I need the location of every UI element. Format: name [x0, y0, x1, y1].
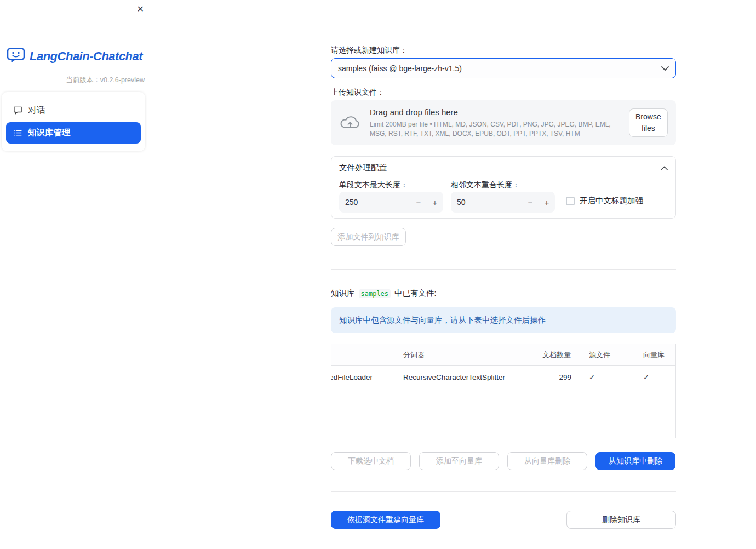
col-header-loader: 文档加载器: [331, 344, 394, 365]
list-icon: [13, 128, 22, 138]
checkbox-unchecked-icon[interactable]: [566, 197, 575, 205]
expander-title: 文件处理配置: [339, 163, 387, 173]
close-icon: ✕: [137, 4, 144, 14]
info-banner: 知识库中包含源文件与向量库，请从下表中选择文件后操作: [331, 307, 676, 333]
info-banner-text: 知识库中包含源文件与向量库，请从下表中选择文件后操作: [339, 315, 546, 325]
add-to-vector-store-button[interactable]: 添加至向量库: [419, 452, 499, 470]
files-table: 文档加载器 分词器 文档数量 源文件 向量库 UnstructuredFileL…: [331, 344, 676, 388]
cell-source-file-check: ✓: [580, 366, 634, 388]
col-header-source-file: 源文件: [580, 344, 634, 365]
main-content: 请选择或新建知识库： samples (faiss @ bge-large-zh…: [331, 0, 676, 549]
browse-files-button[interactable]: Browse files: [629, 108, 668, 137]
cell-loader: UnstructuredFileLoader: [331, 366, 394, 388]
sidebar-close-button[interactable]: ✕: [136, 4, 145, 15]
upload-label: 上传知识文件：: [331, 88, 385, 98]
chunk-overlap-increment-button[interactable]: +: [539, 192, 555, 213]
col-header-vector-store: 向量库: [634, 344, 676, 365]
table-header-row: 文档加载器 分词器 文档数量 源文件 向量库: [331, 344, 676, 366]
kb-files-suffix: 中已有文件:: [394, 288, 437, 299]
kb-existing-files-line: 知识库 samples 中已有文件:: [331, 288, 437, 299]
chunk-overlap-input[interactable]: 50 − +: [451, 192, 555, 213]
chunk-overlap-label: 相邻文本重合长度：: [451, 180, 520, 190]
chevron-down-icon: [661, 66, 669, 71]
sidebar-item-knowledge-base[interactable]: 知识库管理: [6, 122, 141, 144]
delete-from-vector-store-button[interactable]: 从向量库删除: [507, 452, 587, 470]
kb-selected-value: samples (faiss @ bge-large-zh-v1.5): [338, 64, 462, 73]
sidebar-item-label: 知识库管理: [28, 127, 71, 139]
add-files-to-kb-button[interactable]: 添加文件到知识库: [331, 228, 406, 246]
app-root: ✕ LangChain-Chatchat 当前版本：v0.2.6-preview: [0, 0, 756, 549]
cell-splitter: RecursiveCharacterTextSplitter: [394, 366, 519, 388]
file-dropzone[interactable]: Drag and drop files here Limit 200MB per…: [331, 100, 676, 145]
sidebar-menu: 对话 知识库管理: [2, 92, 145, 151]
cell-doc-count: 299: [519, 366, 580, 388]
dropzone-text-block: Drag and drop files here Limit 200MB per…: [370, 107, 629, 139]
chunk-size-decrement-button[interactable]: −: [410, 192, 427, 213]
chunk-overlap-value[interactable]: 50: [451, 198, 522, 207]
expander-header[interactable]: 文件处理配置: [331, 157, 675, 179]
kb-selectbox[interactable]: samples (faiss @ bge-large-zh-v1.5): [331, 58, 676, 78]
chunk-size-label: 单段文本最大长度：: [339, 180, 408, 190]
kb-name-code: samples: [359, 289, 391, 298]
delete-kb-button[interactable]: 删除知识库: [566, 511, 676, 529]
chunk-size-increment-button[interactable]: +: [427, 192, 443, 213]
dropzone-limit-text: Limit 200MB per file • HTML, MD, JSON, C…: [370, 120, 629, 139]
files-dataframe[interactable]: 文档加载器 分词器 文档数量 源文件 向量库 UnstructuredFileL…: [331, 344, 676, 438]
download-selected-docs-button[interactable]: 下载选中文档: [331, 452, 411, 470]
sidebar-item-dialogue[interactable]: 对话: [6, 100, 141, 121]
cell-vector-store-check: ✓: [634, 366, 676, 388]
zh-title-enhance-checkbox-row[interactable]: 开启中文标题加强: [566, 196, 643, 206]
rebuild-vector-store-button[interactable]: 依据源文件重建向量库: [331, 511, 440, 529]
dropzone-title: Drag and drop files here: [370, 107, 629, 117]
chunk-size-value[interactable]: 250: [339, 198, 410, 207]
divider: [331, 269, 676, 270]
zh-title-enhance-label: 开启中文标题加强: [580, 196, 643, 206]
chat-logo-icon: [7, 47, 25, 66]
chunk-overlap-decrement-button[interactable]: −: [522, 192, 539, 213]
table-row[interactable]: UnstructuredFileLoader RecursiveCharacte…: [331, 366, 676, 388]
sidebar-item-label: 对话: [28, 105, 45, 116]
cloud-upload-icon: [339, 113, 361, 132]
delete-from-kb-button[interactable]: 从知识库中删除: [595, 452, 675, 470]
sidebar: ✕ LangChain-Chatchat 当前版本：v0.2.6-preview: [0, 0, 153, 549]
chevron-up-icon: [661, 166, 668, 170]
col-header-splitter: 分词器: [394, 344, 519, 365]
kb-files-prefix: 知识库: [331, 288, 355, 299]
chat-bubble-icon: [13, 106, 22, 115]
col-header-doc-count: 文档数量: [519, 344, 580, 365]
kb-select-label: 请选择或新建知识库：: [331, 45, 408, 55]
app-logo: LangChain-Chatchat: [7, 47, 142, 66]
version-label: 当前版本：v0.2.6-preview: [66, 76, 145, 85]
logo-text: LangChain-Chatchat: [30, 49, 142, 64]
file-config-expander: 文件处理配置 单段文本最大长度： 相邻文本重合长度： 250 − + 50 − …: [331, 156, 676, 219]
chunk-size-input[interactable]: 250 − +: [339, 192, 443, 213]
divider: [331, 491, 676, 492]
